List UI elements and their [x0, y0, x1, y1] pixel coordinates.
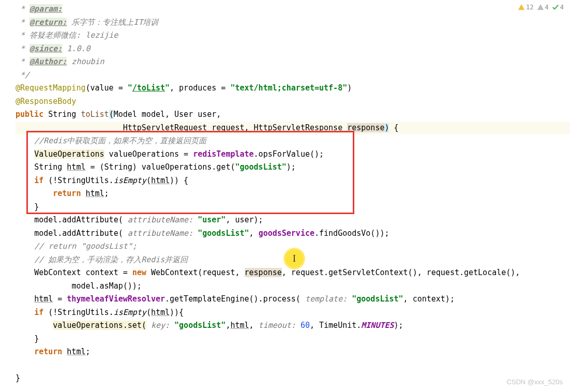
call: WebContext(request,: [146, 268, 245, 277]
var: html: [67, 162, 85, 172]
string-link: /toList: [132, 83, 165, 93]
string: "text/html;charset=utf-8": [230, 83, 347, 93]
var: html: [34, 294, 53, 304]
paren: (: [146, 308, 151, 317]
field: goodsService: [259, 229, 314, 238]
semi: );: [287, 162, 296, 172]
param-hint: attributeName:: [123, 215, 198, 224]
keyword: return: [53, 189, 81, 198]
annotation: @ResponseBody: [16, 97, 76, 106]
call: model.addAttribute(: [34, 215, 123, 224]
call: .findGoodsVo());: [314, 229, 389, 238]
doc-comment: *: [16, 18, 29, 27]
param-hint: key:: [146, 321, 174, 330]
var: html: [85, 189, 104, 198]
type: , TimeUnit.: [310, 321, 361, 330]
author-tag: @Author:: [29, 57, 67, 66]
brace: )){: [170, 308, 184, 317]
params: HttpServletRequest request, HttpServletR…: [123, 123, 347, 132]
expr: = (String) valueOperations.get(: [85, 162, 235, 172]
expr: (!StringUtils.: [43, 308, 113, 317]
brace: }: [34, 202, 39, 212]
doc-text: zhoubin: [67, 57, 104, 66]
string: "user": [198, 215, 226, 224]
brace: {: [389, 123, 398, 132]
comment: 中获取页面，如果不为空，直接返回页面: [67, 136, 206, 145]
var: html: [230, 321, 249, 330]
string: "goodsList": [174, 321, 226, 330]
comment: 并返回: [164, 255, 188, 264]
assign: =: [53, 294, 67, 304]
call: valueOperations.set(: [53, 321, 146, 330]
return-tag: @return:: [29, 18, 67, 27]
code-editor[interactable]: * @param: * @return: 乐字节：专注线上IT培训 * 答疑老师…: [16, 3, 570, 385]
comment: // return "goodsList";: [34, 242, 137, 251]
comma: ,: [249, 321, 254, 330]
type: String: [43, 110, 81, 119]
decl: WebContext context =: [34, 268, 132, 277]
call: .getTemplateEngine().process(: [165, 294, 301, 304]
call: model.addAttribute(: [34, 229, 123, 238]
doc-comment: *: [16, 44, 29, 53]
brace: }: [16, 373, 20, 383]
anno-args: , produces =: [170, 83, 230, 93]
watermark: CSDN @xxx_520s: [506, 376, 563, 388]
decl: valueOperations =: [104, 149, 193, 159]
doc-comment: * 答疑老师微信: lezijie: [16, 31, 118, 40]
type: ValueOperations: [34, 149, 104, 159]
field: redisTemplate: [193, 149, 253, 159]
brace: }: [34, 334, 39, 343]
args: , request.getServletContext(), request.g…: [282, 268, 520, 277]
semi: );: [394, 321, 403, 330]
args: , context);: [403, 294, 455, 304]
params: Model model, User user,: [114, 110, 221, 119]
args: model.asMap());: [71, 281, 141, 291]
args: , user);: [226, 215, 263, 224]
field: thymeleafViewResolver: [67, 294, 165, 304]
type: String: [34, 162, 67, 172]
string: "goodsList": [352, 294, 403, 304]
comment: 如果为空，手动渲染，存入Redis: [48, 255, 164, 264]
param-hint: timeout:: [254, 321, 301, 330]
var: html: [151, 308, 170, 317]
string: ": [165, 83, 170, 93]
method-call: isEmpty: [114, 176, 146, 185]
enum-const: MINUTES: [361, 321, 394, 330]
string: "goodsList": [235, 162, 286, 172]
param-response: response: [347, 123, 384, 132]
paren: ): [347, 83, 352, 93]
annotation: @RequestMapping: [16, 83, 85, 93]
keyword: if: [34, 176, 43, 185]
doc-text: 1.0.0: [62, 44, 90, 53]
method-name: toList: [81, 110, 109, 119]
keyword: public: [16, 110, 43, 119]
doc-close: */: [16, 70, 29, 80]
keyword: return: [34, 347, 62, 356]
var: html: [151, 176, 170, 185]
param-hint: template:: [301, 294, 352, 304]
brace: )) {: [170, 176, 188, 185]
doc-text: 乐字节：专注线上IT培训: [67, 18, 158, 27]
param-tag: @param:: [29, 4, 62, 13]
doc-comment: *: [16, 4, 29, 13]
doc-comment: *: [16, 57, 29, 66]
keyword: if: [34, 308, 43, 317]
param-hint: attributeName:: [123, 229, 198, 238]
anno-args: (value =: [85, 83, 127, 93]
paren: (: [146, 176, 151, 185]
keyword: new: [132, 268, 146, 277]
string: ": [128, 83, 132, 93]
comment: //Redis: [34, 136, 67, 145]
call: .opsForValue();: [254, 149, 324, 159]
var: html: [67, 347, 85, 356]
semi: ;: [85, 347, 90, 356]
number: 60: [301, 321, 310, 330]
comma: ,: [249, 229, 259, 238]
string: "goodsList": [198, 229, 249, 238]
semi: ;: [104, 189, 109, 198]
since-tag: @since:: [29, 44, 62, 53]
paren-highlight: (: [109, 110, 114, 119]
comment: //: [34, 255, 48, 264]
method-call: isEmpty: [114, 308, 146, 317]
param-response: response: [245, 268, 282, 277]
